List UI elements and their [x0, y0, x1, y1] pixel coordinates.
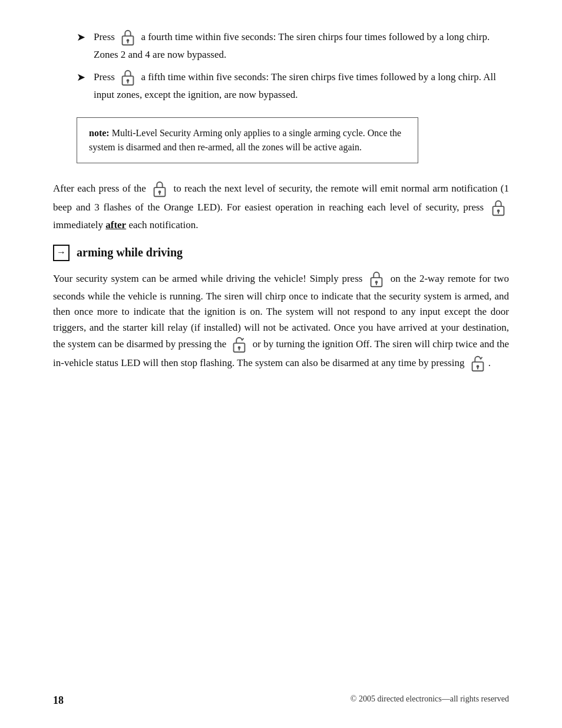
body1-after-icon2: immediately	[53, 219, 105, 230]
section-heading-row: → arming while driving	[53, 243, 509, 262]
bullet-list: ➤ Press a fourth time within five second…	[77, 28, 509, 103]
copyright: © 2005 directed electronics—all rights r…	[351, 693, 509, 709]
bullet-item-4: ➤ Press a fourth time within five second…	[77, 28, 509, 62]
body2-before-icon: Your security system can be armed while …	[53, 273, 362, 284]
body1-before-icon1: After each press of the	[53, 183, 146, 194]
bullet4-before: Press	[94, 31, 115, 42]
padlock-closed-icon-3	[151, 180, 168, 199]
body-para-2: Your security system can be armed while …	[53, 270, 509, 373]
note-text: note: Multi-Level Security Arming only a…	[89, 126, 406, 154]
footer: 18 © 2005 directed electronics—all right…	[0, 693, 562, 709]
section-heading-text: arming while driving	[77, 243, 183, 262]
bullet-arrow-4: ➤	[77, 29, 85, 46]
bullet-text-4: Press a fourth time within five seconds:…	[94, 28, 509, 62]
bullet4-after: a fourth time within five seconds: The s…	[94, 31, 490, 60]
padlock-closed-icon-2	[120, 68, 136, 87]
body1-end: each notification.	[128, 219, 198, 230]
body1-after-word: after	[105, 219, 126, 230]
note-box: note: Multi-Level Security Arming only a…	[77, 117, 418, 163]
bullet5-before: Press	[94, 71, 115, 83]
padlock-closed-icon-5	[368, 270, 385, 289]
body2-end: .	[488, 357, 491, 368]
note-label: note:	[89, 128, 110, 138]
padlock-closed-icon-4	[490, 199, 507, 218]
bullet-text-5: Press a fifth time within five seconds: …	[94, 68, 509, 103]
bullet5-after: a fifth time within five seconds: The si…	[94, 71, 496, 100]
section-arrow-icon: →	[53, 245, 70, 261]
note-body: Multi-Level Security Arming only applies…	[89, 128, 401, 152]
body-para-1: After each press of the to reach the nex…	[53, 180, 509, 233]
padlock-closed-icon-1	[120, 28, 136, 47]
padlock-open-icon-1	[231, 335, 247, 354]
bullet-arrow-5: ➤	[77, 70, 85, 86]
bullet-item-5: ➤ Press a fifth time within five seconds…	[77, 68, 509, 103]
page-content: ➤ Press a fourth time within five second…	[0, 0, 562, 728]
page-number: 18	[53, 693, 64, 709]
padlock-open-icon-2	[470, 354, 486, 373]
